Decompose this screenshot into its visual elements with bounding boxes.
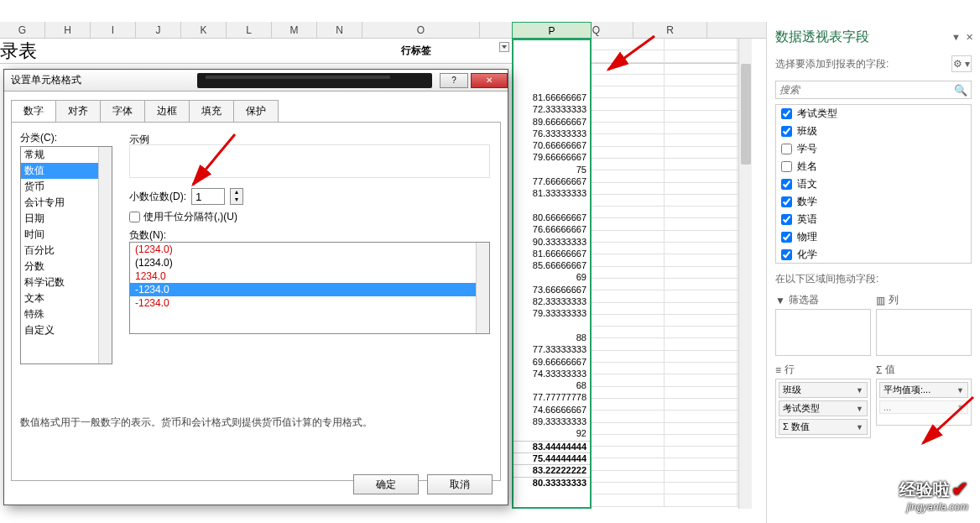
field-checkbox[interactable]: [781, 196, 792, 207]
cell-value[interactable]: 76.33333333: [513, 128, 590, 140]
value-chip[interactable]: 平均值项:...▼: [879, 382, 968, 398]
cell-value[interactable]: 81.33333333: [513, 188, 590, 200]
field-checkbox[interactable]: [781, 179, 792, 190]
cell-value[interactable]: 75.44444444: [513, 452, 590, 464]
cell-value[interactable]: [513, 321, 590, 332]
cell-value[interactable]: 83.22222222: [513, 464, 590, 476]
value-chip[interactable]: ...▼: [879, 400, 968, 414]
cell-value[interactable]: 90.33333333: [513, 237, 590, 248]
rows-area[interactable]: 班级▼考试类型▼Σ 数值▼: [775, 379, 871, 438]
ok-button[interactable]: 确定: [353, 474, 419, 494]
gear-icon[interactable]: ⚙ ▾: [951, 55, 972, 72]
field-item[interactable]: 语文: [776, 175, 971, 193]
sheet-scrollbar[interactable]: [738, 39, 752, 509]
help-button[interactable]: ?: [440, 73, 468, 88]
cell-value[interactable]: 69: [513, 272, 590, 284]
field-checkbox[interactable]: [781, 144, 792, 154]
negative-item[interactable]: (1234.0): [130, 256, 489, 269]
cell-value[interactable]: 74.33333333: [513, 369, 590, 380]
field-item[interactable]: 化学: [776, 246, 971, 264]
category-scrollbar[interactable]: [98, 147, 112, 363]
negative-item[interactable]: (1234.0): [130, 243, 489, 256]
tab-1[interactable]: 对齐: [55, 100, 101, 122]
col-header-l[interactable]: L: [227, 22, 272, 38]
filter-area[interactable]: [775, 309, 871, 356]
columns-area[interactable]: [876, 309, 972, 356]
tab-2[interactable]: 字体: [100, 100, 145, 122]
field-checkbox[interactable]: [781, 161, 792, 172]
tab-0[interactable]: 数字: [11, 100, 56, 122]
selected-column-p[interactable]: 81.6666666772.3333333389.6666666776.3333…: [512, 39, 592, 509]
pane-dropdown-icon[interactable]: ▼: [951, 22, 961, 52]
cell-value[interactable]: 83.44444444: [513, 441, 590, 452]
negative-item[interactable]: 1234.0: [130, 269, 489, 283]
negative-list[interactable]: (1234.0)(1234.0)1234.0-1234.0-1234.0: [129, 242, 490, 334]
cell-value[interactable]: 74.66666667: [513, 405, 590, 416]
cell-value[interactable]: 73.66666667: [513, 285, 590, 296]
field-list[interactable]: 考试类型班级学号姓名语文数学英语物理化学生物: [775, 104, 972, 264]
field-item[interactable]: 考试类型: [776, 105, 971, 123]
field-checkbox[interactable]: [781, 249, 792, 260]
search-input[interactable]: [779, 84, 954, 96]
close-button[interactable]: ✕: [471, 73, 508, 88]
col-header-k[interactable]: K: [181, 22, 227, 38]
field-item[interactable]: 学号: [776, 140, 971, 158]
col-header-o[interactable]: O: [362, 22, 480, 38]
tab-4[interactable]: 填充: [189, 100, 234, 122]
col-header-i[interactable]: I: [91, 22, 136, 38]
negative-scrollbar[interactable]: [476, 243, 489, 333]
cell-value[interactable]: 79.66666667: [513, 152, 590, 164]
cell-value[interactable]: 81.66666667: [513, 248, 590, 260]
field-checkbox[interactable]: [781, 108, 792, 119]
row-chip[interactable]: Σ 数值▼: [779, 419, 868, 435]
row-chip[interactable]: 班级▼: [779, 382, 868, 398]
col-header-h[interactable]: H: [45, 22, 91, 38]
cell-value[interactable]: 70.66666667: [513, 140, 590, 152]
pane-close-icon[interactable]: ✕: [966, 22, 973, 52]
cell-value[interactable]: 92: [513, 428, 590, 440]
cell-value[interactable]: 75: [513, 165, 590, 176]
field-item[interactable]: 姓名: [776, 158, 971, 175]
field-checkbox[interactable]: [781, 126, 792, 137]
cell-value[interactable]: [513, 201, 590, 212]
tab-3[interactable]: 边框: [144, 100, 190, 122]
cell-value[interactable]: 82.33333333: [513, 296, 590, 308]
field-checkbox[interactable]: [781, 232, 792, 243]
cancel-button[interactable]: 取消: [427, 474, 493, 494]
category-list[interactable]: 常规数值货币会计专用日期时间百分比分数科学记数文本特殊自定义: [20, 146, 112, 364]
negative-item[interactable]: -1234.0: [130, 296, 489, 310]
cell-value[interactable]: 72.33333333: [513, 104, 590, 116]
field-item[interactable]: 数学: [776, 193, 971, 211]
cell-value[interactable]: 89.66666667: [513, 117, 590, 128]
cell-value[interactable]: 77.77777778: [513, 392, 590, 404]
field-search[interactable]: 🔍: [775, 81, 972, 99]
tab-5[interactable]: 保护: [233, 100, 279, 122]
field-checkbox[interactable]: [781, 214, 792, 225]
thousand-separator-checkbox[interactable]: [129, 212, 140, 222]
cell-value[interactable]: 68: [513, 380, 590, 392]
col-header-g[interactable]: G: [0, 22, 45, 38]
cell-value[interactable]: 77.33333333: [513, 344, 590, 356]
cell-value[interactable]: 69.66666667: [513, 357, 590, 369]
cell-value[interactable]: 79.33333333: [513, 308, 590, 320]
cell-value[interactable]: 81.66666667: [513, 92, 590, 104]
values-area[interactable]: 平均值项:...▼...▼: [876, 379, 972, 426]
row-label-header[interactable]: 行标签: [396, 40, 436, 61]
field-item[interactable]: 英语: [776, 211, 971, 228]
decimal-spinner[interactable]: ▲▼: [230, 188, 243, 205]
col-header-j[interactable]: J: [136, 22, 181, 38]
cell-value[interactable]: 85.66666667: [513, 260, 590, 272]
search-icon[interactable]: 🔍: [954, 84, 967, 97]
cell-value[interactable]: 89.33333333: [513, 416, 590, 428]
cell-value[interactable]: 76.66666667: [513, 224, 590, 236]
row-label-dropdown[interactable]: [499, 42, 509, 52]
cell-value[interactable]: 80.33333333: [513, 477, 590, 489]
col-header-r[interactable]: R: [633, 22, 707, 38]
negative-item[interactable]: -1234.0: [130, 283, 489, 296]
col-header-n[interactable]: N: [317, 22, 362, 38]
cell-value[interactable]: 88: [513, 332, 590, 344]
col-header-m[interactable]: M: [272, 22, 317, 38]
cell-value[interactable]: 77.66666667: [513, 176, 590, 188]
col-header-p[interactable]: P: [512, 22, 592, 39]
row-chip[interactable]: 考试类型▼: [779, 400, 868, 416]
